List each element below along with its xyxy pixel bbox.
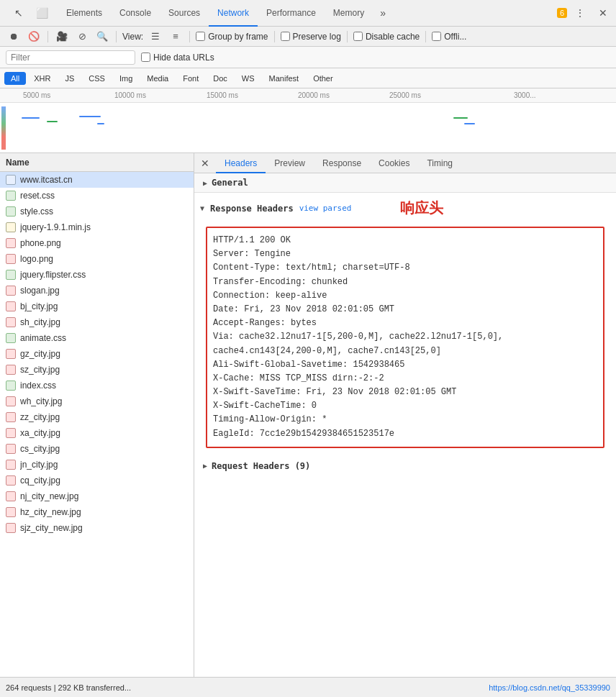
view-parsed-link[interactable]: view parsed	[299, 204, 352, 213]
type-filter-js[interactable]: JS	[58, 72, 81, 85]
record-button[interactable]: ⏺	[6, 29, 22, 45]
file-list-item[interactable]: hz_city_new.jpg	[0, 504, 194, 520]
view-waterfall-icon[interactable]: ≡	[168, 29, 184, 45]
type-filter-xhr[interactable]: XHR	[27, 72, 57, 85]
general-section-header[interactable]: ▶ General	[194, 173, 616, 193]
view-list-icon[interactable]: ☰	[148, 29, 163, 45]
file-list-item[interactable]: wh_city.jpg	[0, 393, 194, 409]
camera-button[interactable]: 🎥	[54, 29, 70, 45]
detail-tab-timing[interactable]: Timing	[418, 153, 461, 173]
file-list-item[interactable]: phone.png	[0, 235, 194, 251]
offline-input[interactable]	[432, 32, 441, 41]
disable-cache-input[interactable]	[353, 32, 363, 41]
close-detail-button[interactable]: ✕	[197, 155, 213, 171]
toolbar-separator-4	[274, 31, 275, 42]
header-line: Date: Fri, 23 Nov 2018 02:01:05 GMT	[213, 303, 597, 316]
header-line: HTTP/1.1 200 OK	[213, 234, 597, 247]
header-line: Transfer-Encoding: chunked	[213, 275, 597, 289]
inspect-icon[interactable]: ↖	[9, 3, 29, 23]
response-headers-toggle: ▼	[200, 204, 204, 212]
file-list-item[interactable]: cs_city.jpg	[0, 441, 194, 457]
file-icon-img	[6, 507, 16, 517]
settings-icon[interactable]: ⋮	[570, 3, 590, 23]
file-list-item[interactable]: animate.css	[0, 330, 194, 346]
file-list-item[interactable]: cq_city.jpg	[0, 473, 194, 488]
close-devtools-icon[interactable]: ✕	[593, 3, 613, 23]
file-name-label: jquery-1.9.1.min.js	[20, 222, 91, 232]
file-icon-css	[6, 191, 16, 201]
hide-data-urls-input[interactable]	[141, 53, 150, 62]
type-filter-ws[interactable]: WS	[235, 72, 261, 85]
group-by-frame-input[interactable]	[196, 32, 205, 41]
detail-tab-headers[interactable]: Headers	[216, 153, 266, 173]
file-icon-img	[6, 460, 16, 470]
file-icon-img	[6, 365, 16, 375]
file-list-item[interactable]: sjz_city_new.jpg	[0, 520, 194, 536]
type-filter-media[interactable]: Media	[140, 72, 175, 85]
file-list-item[interactable]: index.css	[0, 378, 194, 393]
file-list-item[interactable]: logo.png	[0, 251, 194, 267]
header-line: X-Swift-CacheTime: 0	[213, 399, 597, 413]
request-headers-section[interactable]: ▶ Request Headers (9)	[194, 457, 616, 475]
timeline-bar-initial	[1, 106, 6, 150]
file-list-item[interactable]: bj_city.jpg	[0, 299, 194, 314]
filter-button[interactable]: ⊘	[74, 29, 90, 45]
warning-badge[interactable]: 6	[557, 8, 567, 18]
detail-tab-preview[interactable]: Preview	[266, 153, 314, 173]
preserve-log-checkbox[interactable]: Preserve log	[281, 32, 341, 42]
hide-data-urls-checkbox[interactable]: Hide data URLs	[141, 53, 214, 63]
file-list-item[interactable]: zz_city.jpg	[0, 409, 194, 425]
file-list-item[interactable]: slogan.jpg	[0, 283, 194, 299]
more-tabs-icon[interactable]: »	[373, 3, 393, 23]
response-headers-title-row: ▼ Response Headers view parsed 响应头	[200, 196, 610, 221]
file-list-item[interactable]: gz_city.jpg	[0, 346, 194, 362]
tab-memory[interactable]: Memory	[325, 0, 373, 27]
type-filter-other[interactable]: Other	[307, 72, 340, 85]
tab-console[interactable]: Console	[111, 0, 160, 27]
ruler-mark-4: 20000 ms	[295, 91, 330, 99]
ruler-mark-3: 15000 ms	[204, 91, 238, 99]
file-list-item[interactable]: www.itcast.cn	[0, 172, 194, 188]
file-icon-img	[6, 396, 16, 406]
general-section-title: General	[212, 178, 248, 188]
timeline-chart	[0, 103, 616, 152]
tab-elements[interactable]: Elements	[58, 0, 111, 27]
header-line: Ali-Swift-Global-Savetime: 1542938465	[213, 358, 597, 372]
type-filter-img[interactable]: Img	[113, 72, 139, 85]
file-name-label: slogan.jpg	[20, 286, 60, 296]
preserve-log-input[interactable]	[281, 32, 290, 41]
device-icon[interactable]: ⬜	[32, 3, 52, 23]
file-icon-img	[6, 444, 16, 454]
tab-network[interactable]: Network	[209, 0, 258, 27]
type-filter-font[interactable]: Font	[176, 72, 205, 85]
file-list-item[interactable]: jquery-1.9.1.min.js	[0, 219, 194, 235]
file-list-item[interactable]: nj_city_new.jpg	[0, 488, 194, 504]
file-list-item[interactable]: jn_city.jpg	[0, 457, 194, 473]
detail-tab-cookies[interactable]: Cookies	[370, 153, 418, 173]
file-list-item[interactable]: style.css	[0, 204, 194, 219]
type-filter-manifest[interactable]: Manifest	[263, 72, 306, 85]
detail-tab-response[interactable]: Response	[314, 153, 370, 173]
file-name-label: zz_city.jpg	[20, 412, 60, 422]
file-list-item[interactable]: sz_city.jpg	[0, 362, 194, 378]
group-by-frame-checkbox[interactable]: Group by frame	[196, 32, 268, 42]
clear-button[interactable]: 🚫	[26, 29, 42, 45]
type-filter-doc[interactable]: Doc	[207, 72, 234, 85]
file-list-item[interactable]: xa_city.jpg	[0, 425, 194, 441]
type-filter-all[interactable]: All	[4, 72, 26, 85]
file-list-item[interactable]: sh_city.jpg	[0, 314, 194, 330]
search-button[interactable]: 🔍	[94, 29, 110, 45]
response-headers-wrapper: ▼ Response Headers view parsed 响应头 HTTP/…	[194, 193, 616, 457]
type-filter-css[interactable]: CSS	[82, 72, 112, 85]
file-name-label: reset.css	[20, 191, 55, 201]
toolbar-separator-1	[47, 31, 48, 42]
header-line: Via: cache32.l2nu17-1[5,200-0,M], cache2…	[213, 330, 597, 344]
disable-cache-checkbox[interactable]: Disable cache	[353, 32, 420, 42]
tab-sources[interactable]: Sources	[160, 0, 209, 27]
file-list-item[interactable]: reset.css	[0, 188, 194, 204]
tab-performance[interactable]: Performance	[258, 0, 325, 27]
file-name-label: sz_city.jpg	[20, 365, 60, 375]
file-list-item[interactable]: jquery.flipster.css	[0, 267, 194, 283]
offline-checkbox[interactable]: Offli...	[432, 32, 466, 42]
filter-input[interactable]	[6, 50, 135, 65]
